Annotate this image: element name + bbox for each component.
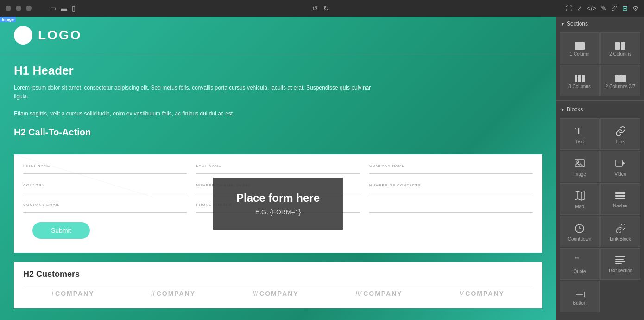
sections-label: Sections <box>567 20 588 27</box>
code-icon[interactable]: </> <box>587 5 596 12</box>
brush-icon[interactable]: 🖊 <box>611 5 618 12</box>
edit-icon[interactable]: ✎ <box>601 5 606 12</box>
company-name-field[interactable]: COMPANY NAME <box>369 164 533 174</box>
panel-item-1col[interactable]: 1 Column <box>560 32 600 64</box>
canvas-area[interactable]: Image LOGO H1 Header Lorem ipsum dolor s… <box>0 17 556 320</box>
1col-label: 1 Column <box>570 51 590 57</box>
company-5-name: COMPANY <box>465 290 505 297</box>
sections-grid: 1 Column 2 Columns <box>556 31 644 98</box>
panel-item-navbar[interactable]: Navbar <box>600 183 640 215</box>
text-block-label: Text <box>575 139 584 144</box>
company-4: IV COMPANY <box>355 290 403 297</box>
tablet-view-icon[interactable]: ▬ <box>61 5 67 12</box>
3col-label: 3 Columns <box>568 84 591 89</box>
panel-item-video[interactable]: Video <box>600 151 640 182</box>
empty-field <box>369 203 533 213</box>
expand-icon[interactable]: ⛶ <box>566 5 572 12</box>
place-form-overlay: Place form here E.G. {FORM=1} <box>213 178 343 230</box>
logo-circle <box>14 26 32 45</box>
win-icon-1 <box>6 6 11 11</box>
svg-text:T: T <box>575 126 582 136</box>
grid-icon[interactable]: ⊞ <box>622 5 628 12</box>
panel-item-3col[interactable]: 3 Columns <box>560 65 600 96</box>
place-form-title: Place form here <box>236 192 320 205</box>
body-text-line1: Lorem ipsum dolor sit amet, consectetur … <box>14 83 375 101</box>
navbar-block-label: Navbar <box>613 203 628 208</box>
undo-button[interactable]: ↺ <box>312 5 318 12</box>
company-2-name: COMPANY <box>157 290 196 297</box>
linkblock-icon <box>615 223 625 235</box>
sections-header: ▾ Sections <box>556 17 644 31</box>
map-block-icon <box>575 191 585 202</box>
company-3: III COMPANY <box>252 290 298 297</box>
company-name-label: COMPANY NAME <box>369 164 533 168</box>
toolbar-center: ↺ ↻ <box>312 5 329 12</box>
svg-rect-19 <box>615 259 624 260</box>
h2-cta: H2 Call-To-Action <box>14 127 542 138</box>
2col-label: 2 Columns <box>609 51 631 57</box>
blocks-label: Blocks <box>567 106 583 113</box>
company-2: II COMPANY <box>151 290 196 297</box>
mobile-view-icon[interactable]: ▯ <box>72 5 76 12</box>
video-block-icon <box>615 158 625 170</box>
company-5-roman: V <box>459 290 463 297</box>
svg-marker-7 <box>575 191 584 200</box>
country-field[interactable]: COUNTRY <box>23 183 187 193</box>
blocks-grid: T Text Link <box>556 116 644 314</box>
svg-rect-10 <box>615 192 625 194</box>
panel-item-quote[interactable]: " Quote <box>560 248 600 280</box>
map-block-label: Map <box>575 204 584 209</box>
last-name-field[interactable]: LAST NAME <box>196 164 360 174</box>
settings-icon[interactable]: ⚙ <box>632 5 638 12</box>
panel-item-map[interactable]: Map <box>560 183 600 215</box>
2col37-label: 2 Columns 3/7 <box>606 84 635 89</box>
panel-item-2col[interactable]: 2 Columns <box>600 32 640 64</box>
first-name-field[interactable]: FIRST NAME <box>23 164 187 174</box>
3col-icon <box>575 75 585 82</box>
page-content: LOGO H1 Header Lorem ipsum dolor sit ame… <box>0 17 556 320</box>
svg-rect-12 <box>615 198 625 199</box>
svg-rect-21 <box>615 263 622 264</box>
customers-section: H2 Customers I COMPANY II COMPANY III CO… <box>14 262 542 308</box>
company-email-label: COMPANY EMAIL <box>23 203 187 207</box>
num-contacts-label: NUMBER OF CONTACTS <box>369 183 533 187</box>
num-contacts-field[interactable]: NUMBER OF CONTACTS <box>369 183 533 193</box>
first-name-label: FIRST NAME <box>23 164 187 168</box>
svg-rect-18 <box>615 256 625 257</box>
redo-button[interactable]: ↻ <box>323 5 329 12</box>
panel-item-link[interactable]: Link <box>600 118 640 150</box>
svg-marker-6 <box>622 161 625 165</box>
blocks-arrow: ▾ <box>562 107 564 112</box>
panel-item-countdown[interactable]: Countdown <box>560 216 600 247</box>
textsection-block-label: Text section <box>608 268 633 273</box>
body-text-line2: Etiam sagittis, velit a cursus sollicitu… <box>14 109 375 118</box>
panel-item-linkblock[interactable]: Link Block <box>600 216 640 247</box>
image-label: Image <box>0 17 16 22</box>
blocks-header: ▾ Blocks <box>556 102 644 116</box>
link-block-icon <box>615 126 625 137</box>
company-3-name: COMPANY <box>259 290 299 297</box>
company-1-name: COMPANY <box>55 290 95 297</box>
fullscreen-icon[interactable]: ⤢ <box>577 5 582 12</box>
panel-item-text[interactable]: T Text <box>560 118 600 150</box>
panel-item-button[interactable]: Button <box>560 281 600 312</box>
panel-item-textsection[interactable]: Text section <box>600 248 640 280</box>
win-icon-2 <box>16 6 21 11</box>
svg-rect-20 <box>615 261 625 262</box>
content-section: H1 Header Lorem ipsum dolor sit amet, co… <box>0 54 556 154</box>
country-label: COUNTRY <box>23 183 187 187</box>
navbar-block-icon <box>615 192 625 201</box>
linkblock-label: Link Block <box>610 237 631 242</box>
top-toolbar: ▭ ▬ ▯ ↺ ↻ ⛶ ⤢ </> ✎ 🖊 ⊞ ⚙ <box>0 0 644 17</box>
panel-item-2col37[interactable]: 2 Columns 3/7 <box>600 65 640 96</box>
company-email-field[interactable]: COMPANY EMAIL <box>23 203 187 213</box>
video-block-label: Video <box>614 172 626 177</box>
company-2-roman: II <box>151 290 155 297</box>
quote-block-label: Quote <box>573 269 586 274</box>
desktop-view-icon[interactable]: ▭ <box>50 5 56 12</box>
button-block-label: Button <box>573 301 587 306</box>
link-block-label: Link <box>616 139 625 144</box>
submit-button[interactable]: Submit <box>32 222 90 239</box>
window-controls: ▭ ▬ ▯ <box>6 5 76 12</box>
panel-item-image[interactable]: Image <box>560 151 600 182</box>
